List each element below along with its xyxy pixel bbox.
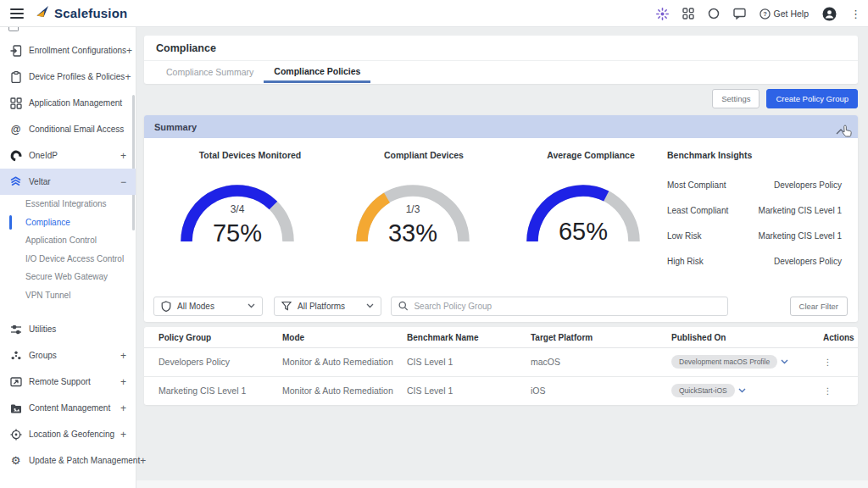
- remote-support-icon: [9, 375, 22, 388]
- application-management-icon: [9, 97, 22, 109]
- screen: Scalefusion: [0, 0, 868, 488]
- clear-filter-button[interactable]: Clear Filter: [790, 297, 848, 316]
- gauge-average-compliance: 65%: [520, 179, 647, 248]
- svg-text:1/3: 1/3: [406, 203, 420, 215]
- veltar-icon: [9, 175, 22, 188]
- sidebar-item-secure-web-gateway[interactable]: Secure Web Gateway: [0, 268, 136, 286]
- chevron-down-icon: [738, 388, 746, 393]
- sidebar-item-location-geofencing[interactable]: Location & Geofencing +: [0, 421, 136, 447]
- row-actions-menu-icon[interactable]: ⋮: [823, 357, 840, 367]
- col-total-devices: Total Devices Monitored: [165, 150, 335, 160]
- settings-button[interactable]: Settings: [712, 89, 760, 108]
- sidebar-item-content-management[interactable]: Content Management +: [0, 395, 136, 421]
- tab-bar: Compliance Summary Compliance Policies: [144, 61, 858, 83]
- sidebar-item-essential-integrations[interactable]: Essential Integrations: [0, 195, 136, 214]
- chevron-down-icon: [248, 303, 255, 308]
- get-help-label: Get Help: [774, 8, 809, 19]
- row-actions-menu-icon[interactable]: ⋮: [823, 385, 840, 396]
- summary-title: Summary: [154, 122, 197, 132]
- table-header-row: Policy Group Mode Benchmark Name Target …: [144, 327, 858, 348]
- apps-grid-icon[interactable]: [682, 8, 694, 19]
- col-policy-group: Policy Group: [159, 333, 282, 342]
- sidebar-item-veltar[interactable]: Veltar −: [0, 169, 136, 195]
- utilities-icon: [9, 323, 22, 336]
- sidebar-item-application-control[interactable]: Application Control: [0, 231, 136, 250]
- gauge-compliant-devices: 1/3 33%: [349, 179, 476, 248]
- published-profile-dropdown[interactable]: QuickStart-iOS: [671, 384, 799, 397]
- col-target-platform: Target Platform: [531, 333, 671, 342]
- sidebar-item-conditional-email-access[interactable]: @ Conditional Email Access: [0, 116, 136, 142]
- tab-compliance-summary[interactable]: Compliance Summary: [156, 61, 264, 83]
- sidebar-item-oneidp[interactable]: OneIdP +: [0, 142, 136, 169]
- table-row[interactable]: Marketing CIS Level 1 Monitor & Auto Rem…: [144, 377, 858, 406]
- svg-text:3/4: 3/4: [231, 203, 245, 215]
- svg-text:33%: 33%: [388, 219, 437, 247]
- svg-text:75%: 75%: [213, 219, 262, 247]
- overflow-menu-icon[interactable]: ⋮: [850, 8, 861, 19]
- logo-text: Scalefusion: [54, 6, 127, 20]
- policy-table: Policy Group Mode Benchmark Name Target …: [144, 327, 858, 405]
- page-header-card: Compliance Compliance Summary Compliance…: [144, 36, 858, 84]
- chat-icon[interactable]: [733, 8, 746, 19]
- sidebar-item-vpn-tunnel[interactable]: VPN Tunnel: [0, 286, 136, 305]
- chevron-down-icon: [781, 359, 788, 364]
- enrollment-configurations-icon: [9, 44, 22, 57]
- insight-low-risk: Low Risk Marketing CIS Level 1: [667, 223, 842, 248]
- svg-text:?: ?: [763, 10, 767, 18]
- scalefusion-logo[interactable]: Scalefusion: [36, 5, 127, 22]
- col-published-on: Published On: [671, 333, 799, 342]
- get-help-button[interactable]: ? Get Help: [760, 8, 809, 19]
- col-average-compliance: Average Compliance: [506, 150, 676, 160]
- benchmark-insights: Most Compliant Developers Policy Least C…: [667, 172, 842, 274]
- insight-most-compliant: Most Compliant Developers Policy: [667, 172, 842, 197]
- summary-body: Total Devices Monitored Compliant Device…: [144, 138, 858, 311]
- col-compliant-devices: Compliant Devices: [339, 150, 509, 160]
- clipped-item-fragment: [8, 27, 19, 31]
- sidebar-item-device-profiles-policies[interactable]: Device Profiles & Policies +: [0, 64, 136, 90]
- search-icon: [398, 301, 408, 311]
- page-title: Compliance: [156, 42, 216, 54]
- sidebar-item-groups[interactable]: Groups +: [0, 342, 136, 369]
- sidebar-item-io-device-access-control[interactable]: I/O Device Access Control: [0, 250, 136, 269]
- platform-filter-dropdown[interactable]: All Platforms: [274, 297, 381, 316]
- sidebar-item-application-management[interactable]: Application Management: [0, 90, 136, 116]
- summary-panel-header[interactable]: Summary: [144, 115, 858, 138]
- account-avatar-icon[interactable]: [822, 7, 837, 21]
- insight-high-risk: High Risk Developers Policy: [667, 248, 842, 274]
- scalefusion-logo-icon: [36, 5, 49, 22]
- create-policy-group-button[interactable]: Create Policy Group: [766, 89, 858, 108]
- mode-filter-dropdown[interactable]: All Modes: [153, 297, 263, 316]
- location-geofencing-icon: [9, 428, 22, 441]
- table-row[interactable]: Developers Policy Monitor & Auto Remedia…: [144, 348, 858, 377]
- sidebar-item-update-patch-management[interactable]: ⚙ Update & Patch Management +: [0, 447, 136, 474]
- policy-group-search: [391, 297, 728, 316]
- app-header: Scalefusion: [0, 0, 868, 27]
- page-actions: Settings Create Policy Group: [712, 89, 858, 108]
- hamburger-menu-icon[interactable]: [10, 8, 24, 19]
- groups-icon: [9, 349, 22, 362]
- ai-spark-icon[interactable]: [656, 8, 669, 20]
- sidebar-item-remote-support[interactable]: Remote Support +: [0, 369, 136, 395]
- sidebar-item-utilities[interactable]: Utilities: [0, 316, 136, 342]
- gauge-total-devices: 3/4 75%: [174, 179, 301, 248]
- insight-least-compliant: Least Compliant Marketing CIS Level 1: [667, 197, 842, 223]
- col-actions: Actions: [799, 333, 858, 342]
- chevron-down-icon: [366, 303, 374, 308]
- summary-panel: Summary Total Devices Monitored Complian…: [144, 115, 858, 311]
- sidebar-item-enrollment-configurations[interactable]: Enrollment Configurations +: [0, 37, 136, 64]
- funnel-icon: [281, 301, 292, 311]
- shield-icon: [161, 301, 171, 312]
- content-management-icon: [9, 402, 22, 414]
- main-content: Compliance Compliance Summary Compliance…: [136, 27, 868, 488]
- email-access-icon: @: [9, 123, 22, 136]
- sync-icon[interactable]: [708, 8, 720, 19]
- search-input[interactable]: [414, 302, 721, 311]
- tab-compliance-policies[interactable]: Compliance Policies: [264, 61, 370, 83]
- col-benchmark-insights: Benchmark Insights: [667, 150, 752, 160]
- device-profiles-icon: [9, 70, 22, 83]
- published-profile-dropdown[interactable]: Development macOS Profile: [671, 355, 799, 369]
- filter-bar: All Modes All Platforms Clear Filter: [144, 290, 858, 322]
- oneidp-icon: [9, 149, 22, 162]
- sidebar-item-compliance[interactable]: Compliance: [0, 214, 136, 232]
- update-patch-icon: ⚙: [9, 454, 22, 467]
